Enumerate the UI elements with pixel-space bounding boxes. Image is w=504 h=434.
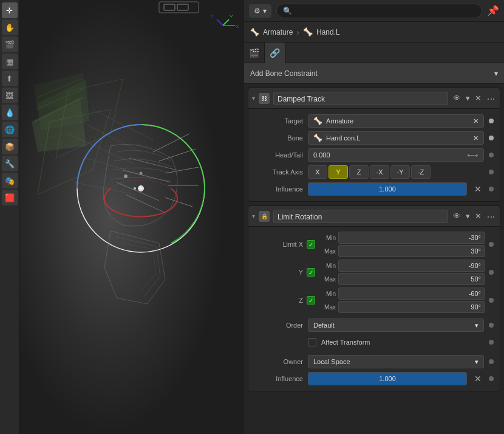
bone-field-icon: 🦴	[313, 134, 322, 142]
right-panel: ⚙ ▾ 🔍 📌 🦴 Armature › 🦴 Hand.L 🎬 🔗 Add Bo…	[244, 0, 504, 434]
editor-type-btn[interactable]: ⚙ ▾	[249, 4, 271, 18]
influence-bar-damped[interactable]: 1.000	[308, 182, 467, 196]
limit-y-min-value: -90°	[469, 262, 481, 269]
limit-z-dot	[489, 298, 494, 303]
viewport[interactable]: X Y Z	[19, 0, 244, 434]
limit-y-min-label: Min	[319, 263, 336, 269]
affect-transform-row: Affect Transform	[248, 334, 500, 351]
affect-transform-checkbox[interactable]	[308, 338, 316, 346]
damped-track-icon: ⛓	[259, 93, 270, 104]
target-value[interactable]: 🦴 Armature ✕	[308, 114, 484, 128]
toolbar-grab[interactable]: ✋	[2, 19, 18, 35]
toolbar-box[interactable]: 📦	[2, 139, 18, 154]
influence-dot-lr	[489, 376, 494, 381]
scene-tab[interactable]: 🎬	[244, 43, 265, 63]
lr-delete-btn[interactable]: ✕	[474, 210, 483, 222]
panel-header: ⚙ ▾ 🔍 📌	[244, 0, 504, 22]
axis-neg-x[interactable]: -X	[370, 165, 389, 179]
target-name: Armature	[326, 117, 353, 125]
lr-visibility-toggle[interactable]: 👁	[452, 210, 462, 222]
limit-x-max-label: Max	[319, 248, 336, 255]
toolbar-globe[interactable]: 🌐	[2, 122, 18, 137]
search-icon: 🔍	[283, 7, 292, 15]
limit-y-dot	[489, 270, 494, 275]
influence-bar-lr[interactable]: 1.000	[308, 372, 467, 385]
influence-clear-lr[interactable]: ✕	[472, 374, 484, 384]
visibility-toggle[interactable]: 👁	[452, 92, 462, 104]
breadcrumb-armature[interactable]: Armature	[263, 28, 293, 36]
target-row: Target 🦴 Armature ✕	[248, 112, 500, 129]
search-box[interactable]: 🔍	[276, 4, 482, 18]
toolbar-film[interactable]: 🎬	[2, 36, 18, 52]
lr-options-btn[interactable]: ⋮	[486, 213, 496, 220]
bone-value[interactable]: 🦴 Hand con.L ✕	[308, 131, 484, 145]
influence-clear-damped[interactable]: ✕	[472, 184, 484, 194]
toolbar-wrench[interactable]: 🔧	[2, 156, 18, 171]
limit-y-label: Y	[254, 269, 303, 276]
collapse-arrow[interactable]: ▾	[252, 95, 255, 102]
limit-x-min-value: -30°	[469, 234, 481, 241]
toolbar-paint[interactable]: 💧	[2, 105, 18, 120]
add-bone-constraint-btn[interactable]: Add Bone Constraint ▾	[244, 63, 504, 84]
influence-label-lr: Influence	[254, 375, 303, 382]
svg-rect-0	[19, 0, 244, 434]
limit-z-min-field[interactable]: -60°	[338, 288, 485, 300]
target-clear[interactable]: ✕	[473, 117, 478, 125]
limit-z-minmax: Min -60° Max 90°	[319, 288, 485, 313]
affect-transform-dot	[489, 340, 494, 345]
options-btn[interactable]: ⋮	[486, 95, 496, 102]
delete-constraint-btn[interactable]: ✕	[474, 92, 483, 104]
toolbar-measure[interactable]: ⬆	[2, 71, 18, 86]
axis-z[interactable]: Z	[349, 165, 369, 179]
toolbar-cursor[interactable]: ✛	[2, 2, 18, 18]
limit-x-checkbox[interactable]: ✓	[307, 240, 315, 249]
limit-z-min-label: Min	[319, 291, 336, 297]
pin-button[interactable]: 📌	[487, 5, 499, 16]
damped-track-body: Target 🦴 Armature ✕ Bone 🦴 Hand con.L ✕	[248, 109, 500, 201]
axis-neg-y[interactable]: -Y	[390, 165, 410, 179]
bone-clear[interactable]: ✕	[473, 134, 478, 142]
head-tail-row: Head/Tail 0.000 ⟷	[248, 146, 500, 164]
head-tail-value[interactable]: 0.000 ⟷	[308, 148, 484, 162]
limit-x-min-field[interactable]: -30°	[338, 232, 485, 244]
axis-y[interactable]: Y	[329, 165, 348, 179]
axis-dot	[489, 170, 494, 174]
bone-dot	[489, 136, 494, 140]
order-chevron: ▾	[475, 322, 478, 329]
lr-expand-btn[interactable]: ▾	[465, 210, 471, 222]
breadcrumb-separator: ›	[296, 27, 299, 37]
damped-track-block: ▾ ⛓ Damped Track 👁 ▾ ✕ ⋮ Target 🦴 Armatu…	[248, 88, 500, 202]
limit-z-checkbox[interactable]: ✓	[307, 296, 315, 305]
limit-y-min-field[interactable]: -90°	[338, 260, 485, 272]
owner-dropdown[interactable]: Local Space ▾	[308, 355, 484, 368]
toolbar-render[interactable]: 🟥	[2, 190, 18, 205]
toolbar-pose[interactable]: 🎭	[2, 173, 18, 188]
limit-y-max-value: 50°	[471, 275, 481, 283]
axis-neg-z[interactable]: -Z	[411, 165, 431, 179]
order-label: Order	[254, 322, 303, 329]
head-tail-dot	[489, 153, 494, 157]
limit-z-row: Z ✓ Min -60° Max 90°	[248, 286, 500, 314]
toolbar-grid[interactable]: ▦	[2, 53, 18, 69]
limit-x-minmax: Min -30° Max 30°	[319, 232, 485, 257]
track-axis-label: Track Axis	[254, 168, 303, 176]
limit-z-max-field[interactable]: 90°	[338, 301, 485, 313]
limit-x-max-field[interactable]: 30°	[338, 245, 485, 257]
add-constraint-label: Add Bone Constraint	[250, 69, 318, 78]
limit-y-max-field[interactable]: 50°	[338, 273, 485, 285]
bone-field-label: Bone	[254, 134, 303, 142]
limit-y-min-row: Min -90°	[319, 260, 485, 272]
breadcrumb-bone[interactable]: Hand.L	[316, 28, 340, 36]
bone-constraint-tab[interactable]: 🔗	[265, 43, 285, 63]
limit-rotation-body: Limit X ✓ Min -30° Max 30°	[248, 227, 500, 391]
limit-y-checkbox[interactable]: ✓	[307, 268, 315, 277]
axis-x[interactable]: X	[308, 165, 327, 179]
damped-track-header: ▾ ⛓ Damped Track 👁 ▾ ✕ ⋮	[248, 88, 500, 109]
order-dropdown[interactable]: Default ▾	[308, 319, 484, 332]
limit-z-label: Z	[254, 297, 303, 304]
toolbar-image[interactable]: 🖼	[2, 88, 18, 103]
damped-track-name[interactable]: Damped Track	[273, 92, 448, 105]
expand-btn[interactable]: ▾	[465, 92, 471, 104]
lr-collapse-arrow[interactable]: ▾	[252, 213, 255, 219]
limit-rotation-name[interactable]: Limit Rotation	[273, 210, 448, 223]
